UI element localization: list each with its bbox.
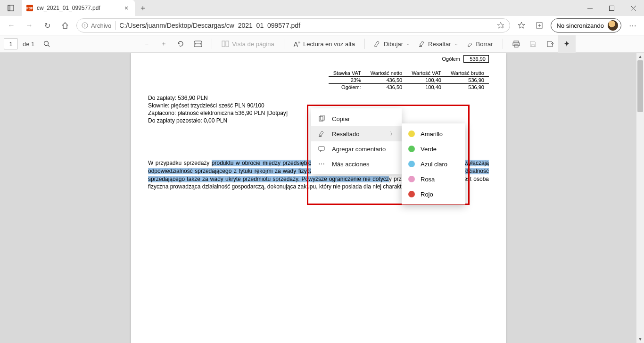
fit-button[interactable] <box>190 37 206 51</box>
draw-button[interactable]: Dibujar ⌵ <box>371 37 413 51</box>
pdf-viewport[interactable]: Ogółem 536,90 Stawka VATWartość nettoWar… <box>0 53 644 343</box>
chevron-right-icon: 〉 <box>390 131 395 138</box>
scroll-thumb[interactable] <box>637 60 643 112</box>
window-maximize-button[interactable] <box>601 0 622 16</box>
color-dot-icon <box>408 146 415 152</box>
vertical-scrollbar[interactable]: ▲ ▼ <box>636 53 644 343</box>
color-label: Amarillo <box>421 131 443 138</box>
payment-line3: Zapłacono: płatność elektroniczna 536,90… <box>148 109 288 117</box>
close-tab-icon[interactable]: × <box>123 4 130 12</box>
rotate-button[interactable] <box>173 37 188 51</box>
find-button[interactable] <box>39 37 54 51</box>
svg-rect-20 <box>514 41 519 43</box>
sync-label: No sincronizando <box>557 22 604 29</box>
color-option-rosa[interactable]: Rosa <box>402 172 465 187</box>
color-dot-icon <box>408 131 415 137</box>
pdf-toolbar: de 1 − ＋ Vista de página A» Lectura en v… <box>0 35 644 53</box>
scroll-down-icon[interactable]: ▼ <box>636 335 644 343</box>
page-view-button[interactable]: Vista de página <box>218 37 278 51</box>
back-button[interactable]: ← <box>3 17 20 34</box>
favorites-button[interactable] <box>513 17 530 34</box>
profile-sync-button[interactable]: No sincronizando <box>551 18 621 33</box>
color-option-rojo[interactable]: Rojo <box>402 187 465 202</box>
page-count-label: de 1 <box>23 41 34 48</box>
svg-rect-3 <box>609 6 614 10</box>
payment-line2: Słownie: pięćset trzydzieści sześć PLN 9… <box>148 102 264 109</box>
color-option-amarillo[interactable]: Amarillo <box>402 126 465 141</box>
navigation-bar: ← → ↻ Archivo C:/Users/juanm/Desktop/Des… <box>0 16 644 35</box>
color-option-azul-claro[interactable]: Azul claro <box>402 156 465 172</box>
read-aloud-button[interactable]: A» Lectura en voz alta <box>290 37 359 51</box>
ctx-highlight[interactable]: Resaltado 〉 <box>311 126 402 141</box>
window-close-button[interactable] <box>622 0 644 16</box>
color-dot-icon <box>408 176 415 182</box>
forward-button[interactable]: → <box>21 17 38 34</box>
color-label: Rojo <box>421 191 433 198</box>
pdf-icon: PDF <box>26 5 33 11</box>
vat-table: Stawka VATWartość nettoWartość VATWartoś… <box>329 70 489 90</box>
payment-line1: Do zapłaty: 536,90 PLN <box>148 94 208 102</box>
payment-line4: Do zapłaty pozostało: 0,00 PLN <box>148 117 227 124</box>
zoom-in-button[interactable]: ＋ <box>156 37 171 51</box>
svg-rect-23 <box>531 45 535 47</box>
copy-icon <box>318 115 325 122</box>
context-menu: Copiar Resaltado 〉 Agregar comentario ⋯ … <box>311 108 402 174</box>
erase-button[interactable]: Borrar <box>463 37 497 51</box>
svg-rect-18 <box>226 41 229 47</box>
address-bar[interactable]: Archivo C:/Users/juanm/Desktop/Descargas… <box>76 18 510 33</box>
comment-icon <box>318 146 325 152</box>
window-minimize-button[interactable] <box>579 0 601 16</box>
svg-rect-17 <box>222 41 225 47</box>
summary-row: Ogółem 536,90 <box>438 55 489 63</box>
ctx-more[interactable]: ⋯ Más acciones <box>311 156 402 172</box>
avatar-icon <box>608 20 618 31</box>
highlight-icon <box>318 131 325 137</box>
more-icon: ⋯ <box>318 160 325 168</box>
svg-text:+: + <box>502 25 504 29</box>
highlight-button[interactable]: Resaltar ⌵ <box>415 37 461 51</box>
print-button[interactable] <box>509 37 524 51</box>
svg-point-8 <box>84 26 85 27</box>
svg-point-13 <box>44 41 48 45</box>
save-as-button[interactable] <box>543 37 558 51</box>
svg-rect-1 <box>8 5 10 11</box>
tab-title: cw_2021_01_099577.pdf <box>37 5 119 11</box>
scroll-up-icon[interactable]: ▲ <box>636 53 644 60</box>
ctx-copy[interactable]: Copiar <box>311 111 402 126</box>
highlight-color-submenu: AmarilloVerdeAzul claroRosaRojo <box>402 123 465 204</box>
svg-rect-21 <box>513 43 520 46</box>
zoom-out-button[interactable]: − <box>139 37 154 51</box>
home-button[interactable] <box>57 17 74 34</box>
pin-toolbar-button[interactable] <box>558 35 576 53</box>
collections-button[interactable] <box>531 17 548 34</box>
color-label: Verde <box>421 146 437 153</box>
favorite-icon[interactable]: + <box>496 21 505 30</box>
browser-tab[interactable]: PDF cw_2021_01_099577.pdf × <box>22 0 135 16</box>
refresh-button[interactable]: ↻ <box>39 17 56 34</box>
new-tab-button[interactable]: ＋ <box>135 0 151 16</box>
page-number-input[interactable] <box>4 38 18 49</box>
color-dot-icon <box>408 161 415 167</box>
tab-actions-icon[interactable] <box>0 0 22 16</box>
svg-rect-27 <box>319 147 324 150</box>
color-option-verde[interactable]: Verde <box>402 141 465 156</box>
title-bar: PDF cw_2021_01_099577.pdf × ＋ <box>0 0 644 16</box>
menu-button[interactable]: ⋯ <box>624 17 641 34</box>
address-text: C:/Users/juanm/Desktop/Descargas/cw_2021… <box>119 22 492 29</box>
svg-line-14 <box>48 45 50 47</box>
save-button[interactable] <box>526 37 541 51</box>
ctx-comment[interactable]: Agregar comentario <box>311 141 402 156</box>
color-dot-icon <box>408 191 415 197</box>
color-label: Azul claro <box>421 161 447 168</box>
svg-rect-0 <box>8 5 14 11</box>
file-origin-label: Archivo <box>82 22 111 29</box>
color-label: Rosa <box>421 176 435 183</box>
